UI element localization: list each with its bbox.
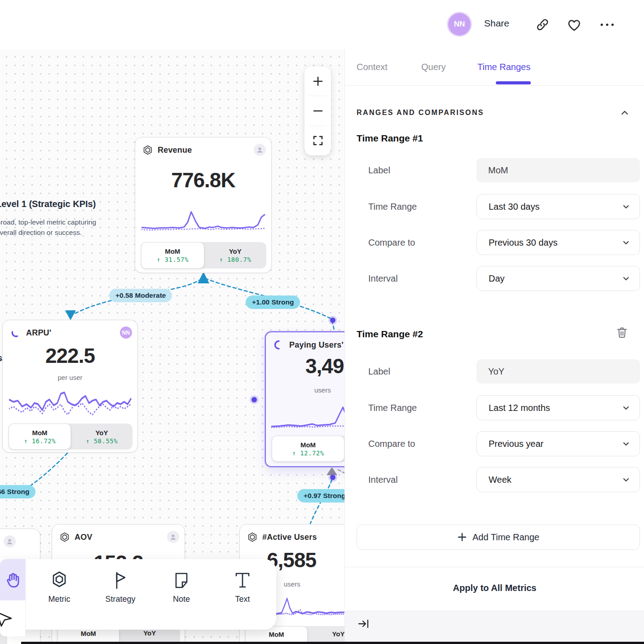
card-title: ARPU' xyxy=(26,328,51,338)
compare-to-select[interactable]: Previous 30 days xyxy=(476,230,640,255)
tab-time-ranges[interactable]: Time Ranges xyxy=(477,62,530,72)
toggle-yoy[interactable]: YoY xyxy=(308,626,344,644)
toggle-yoy[interactable]: YoY ↑ 58.55% xyxy=(71,423,132,450)
spinner-arc-icon xyxy=(273,339,285,351)
tab-query[interactable]: Query xyxy=(421,62,446,72)
toolbar-item-note[interactable]: Note xyxy=(157,570,206,604)
toggle-mom[interactable]: MoM ↑ 16.72% xyxy=(9,423,71,450)
metric-tree-canvas[interactable]: Level 1 (Strategic KPIs) Broad, top-leve… xyxy=(0,0,344,644)
zoom-out-button[interactable] xyxy=(304,96,331,125)
label-input[interactable]: YoY xyxy=(476,359,640,384)
edge-handle[interactable] xyxy=(330,475,335,480)
chevron-down-icon xyxy=(622,238,631,247)
level-note-title: Level 1 (Strategic KPIs) xyxy=(0,199,113,209)
user-avatar[interactable]: NN xyxy=(448,13,471,35)
metric-unit: users xyxy=(284,580,300,588)
interval-select[interactable]: Day xyxy=(476,266,640,291)
spinner-arc-icon xyxy=(10,327,22,339)
card-title: Paying Users' xyxy=(289,340,344,350)
favorite-heart-icon[interactable] xyxy=(567,18,582,32)
fit-view-button[interactable] xyxy=(304,126,331,155)
edge-handle[interactable] xyxy=(330,318,335,323)
metric-hexagon-icon xyxy=(142,145,153,155)
time-range-1-title: Time Range #1 xyxy=(357,133,423,144)
toolbar-item-strategy[interactable]: Strategy xyxy=(96,570,145,604)
chevron-down-icon xyxy=(622,475,631,484)
assignee-avatar[interactable] xyxy=(4,535,16,547)
range-toggle: MoM ↑ 31.57% YoY ↑ 180.7% xyxy=(141,242,266,269)
metric-unit: per user xyxy=(3,374,137,381)
label-row: Label YoY xyxy=(357,359,640,384)
correlation-badge: +1.00 Strong xyxy=(246,296,300,309)
hand-icon xyxy=(4,571,22,588)
range-toggle: MoM ↑ 16.72% YoY ↑ 58.55% xyxy=(9,423,132,450)
add-time-range-button[interactable]: Add Time Range xyxy=(357,525,640,550)
text-tool-icon xyxy=(232,570,253,591)
cursor-arrow-icon xyxy=(0,609,16,628)
metric-card-revenue[interactable]: Revenue 776.8K MoM ↑ 31.57% YoY ↑ 180.7% xyxy=(135,137,272,273)
sparkline xyxy=(269,594,344,620)
toolbar-item-text[interactable]: Text xyxy=(218,570,267,604)
collapse-section-chevron-icon[interactable] xyxy=(620,108,630,118)
time-range-select[interactable]: Last 30 days xyxy=(476,194,640,219)
tab-context[interactable]: Context xyxy=(357,62,388,72)
settings-panel: Context Query Time Ranges RANGES AND COM… xyxy=(344,49,644,644)
assignee-avatar[interactable]: NN xyxy=(120,326,132,339)
section-heading: RANGES AND COMPARISONS xyxy=(357,109,484,117)
edge-handle[interactable] xyxy=(251,397,257,402)
time-range-select[interactable]: Last 12 months xyxy=(476,395,640,420)
copy-link-icon[interactable] xyxy=(536,18,549,31)
more-options-icon[interactable] xyxy=(600,22,615,27)
assignee-avatar[interactable] xyxy=(254,144,266,156)
select-tool-button[interactable] xyxy=(0,600,26,636)
toggle-mom[interactable]: MoM ↑ 12.72% xyxy=(272,436,344,462)
card-title: #Active Users xyxy=(262,533,317,542)
canvas-zoom-controls xyxy=(304,66,331,155)
metric-hexagon-icon xyxy=(49,570,70,591)
tool-column xyxy=(0,559,26,636)
correlation-badge: +0.58 Moderate xyxy=(109,289,172,302)
compare-to-row: Compare to Previous year xyxy=(357,431,640,456)
correlation-badge: +0.97 Strong xyxy=(297,489,344,503)
top-header: NN Share xyxy=(0,0,644,49)
toggle-mom[interactable]: MoM ↑ 31.57% xyxy=(141,242,204,269)
sparkline xyxy=(141,208,266,234)
delta-value: ↑ 180.7% xyxy=(219,256,251,263)
chevron-down-icon xyxy=(622,439,631,448)
share-button[interactable]: Share xyxy=(484,18,509,29)
label-input[interactable]: MoM xyxy=(476,158,640,182)
chevron-down-icon xyxy=(622,202,631,211)
note-icon xyxy=(171,570,192,591)
compare-to-select[interactable]: Previous year xyxy=(476,431,640,456)
collapse-panel-icon[interactable] xyxy=(357,618,370,630)
divider xyxy=(345,85,644,86)
delta-value: ↑ 16.72% xyxy=(24,437,56,445)
chevron-down-icon xyxy=(622,274,631,283)
correlation-badge: 66 Strong xyxy=(0,485,35,498)
sparkline xyxy=(9,387,132,422)
apply-to-all-metrics-button[interactable]: Apply to All Metrics xyxy=(345,583,644,593)
delete-time-range-trash-icon[interactable] xyxy=(615,326,629,339)
chevron-down-icon xyxy=(622,403,631,412)
interval-row: Interval Week xyxy=(357,467,640,492)
assignee-avatar[interactable] xyxy=(167,531,179,543)
active-tab-indicator xyxy=(496,81,531,84)
hand-tool-button[interactable] xyxy=(0,559,26,600)
panel-footer xyxy=(345,611,644,644)
metric-value: 222.5 xyxy=(3,344,137,368)
toolbar-item-metric[interactable]: Metric xyxy=(35,570,84,604)
canvas-toolbar: Metric Strategy Note Text xyxy=(0,559,276,630)
label-row: Label MoM xyxy=(357,158,640,182)
interval-select[interactable]: Week xyxy=(476,467,640,492)
divider xyxy=(345,567,644,567)
card-title: Revenue xyxy=(158,146,192,155)
metric-card-paying-users[interactable]: Paying Users' 3,49 users MoM ↑ 12.72% xyxy=(265,331,344,467)
metric-card-arpu[interactable]: ARPU' NN 222.5 per user MoM ↑ 16.72% YoY… xyxy=(2,320,138,453)
metric-hexagon-icon xyxy=(247,532,258,543)
delta-value: ↑ 31.57% xyxy=(157,256,189,263)
time-range-row: Time Range Last 12 months xyxy=(357,395,640,420)
toggle-yoy[interactable]: YoY ↑ 180.7% xyxy=(204,242,267,269)
zoom-in-button[interactable] xyxy=(304,66,331,96)
compare-to-row: Compare to Previous 30 days xyxy=(357,230,640,255)
metric-value: 776.8K xyxy=(135,168,271,192)
